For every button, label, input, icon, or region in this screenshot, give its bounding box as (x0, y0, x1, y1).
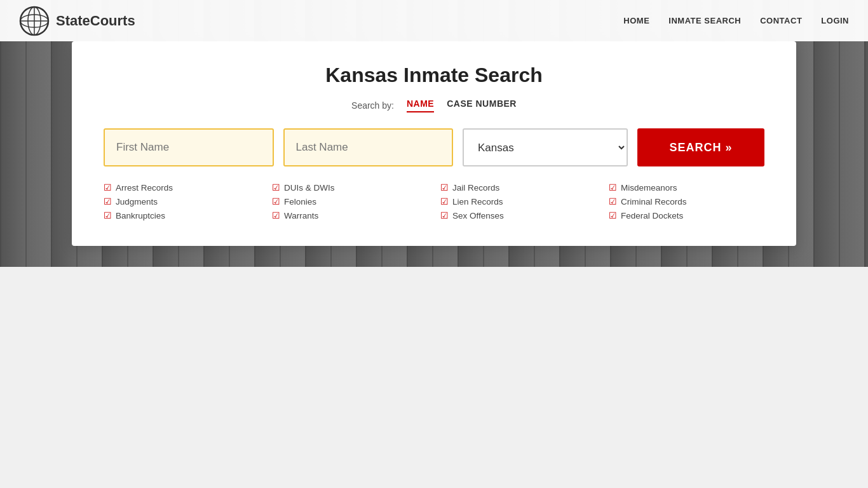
search-by-row: Search by: NAME CASE NUMBER (104, 98, 764, 112)
checklist: ☑Arrest Records☑DUIs & DWIs☑Jail Records… (104, 182, 764, 220)
nav-login[interactable]: LOGIN (821, 16, 849, 25)
checklist-item: ☑Misdemeanors (609, 182, 764, 193)
search-title: Kansas Inmate Search (104, 64, 764, 87)
tab-case-number[interactable]: CASE NUMBER (447, 98, 517, 112)
nav-home[interactable]: HOME (623, 16, 649, 25)
checklist-item: ☑DUIs & DWIs (272, 182, 428, 193)
check-icon: ☑ (609, 196, 617, 207)
search-by-label: Search by: (351, 100, 394, 111)
nav-contact[interactable]: CONTACT (760, 16, 802, 25)
checklist-item: ☑Felonies (272, 196, 428, 207)
checklist-item: ☑Criminal Records (609, 196, 764, 207)
check-icon: ☑ (440, 210, 449, 220)
search-button[interactable]: SEARCH » (637, 128, 764, 166)
checklist-item: ☑Warrants (272, 210, 428, 220)
nav-inmate-search[interactable]: INMATE SEARCH (668, 16, 741, 25)
check-icon: ☑ (272, 210, 280, 220)
check-icon: ☑ (272, 196, 280, 207)
check-icon: ☑ (609, 210, 617, 220)
check-icon: ☑ (104, 196, 112, 207)
site-name: StateCourts (56, 13, 135, 29)
checklist-item: ☑Jail Records (440, 182, 596, 193)
checklist-item: ☑Federal Dockets (609, 210, 764, 220)
checklist-item: ☑Judgments (104, 196, 259, 207)
checklist-item: ☑Arrest Records (104, 182, 259, 193)
check-icon: ☑ (272, 182, 280, 193)
state-select[interactable]: AlabamaAlaskaArizonaArkansasCaliforniaCo… (463, 128, 628, 166)
checklist-item: ☑Lien Records (440, 196, 596, 207)
main-nav: HOME INMATE SEARCH CONTACT LOGIN (623, 16, 849, 25)
checklist-item: ☑Bankruptcies (104, 210, 259, 220)
check-icon: ☑ (104, 210, 112, 220)
first-name-input[interactable] (104, 128, 274, 166)
tab-name[interactable]: NAME (407, 98, 434, 112)
search-card: Kansas Inmate Search Search by: NAME CAS… (72, 41, 796, 246)
header: StateCourts HOME INMATE SEARCH CONTACT L… (0, 0, 868, 41)
check-icon: ☑ (609, 182, 617, 193)
search-inputs-row: AlabamaAlaskaArizonaArkansasCaliforniaCo… (104, 128, 764, 166)
checklist-item: ☑Sex Offenses (440, 210, 596, 220)
logo-icon (19, 6, 50, 36)
check-icon: ☑ (104, 182, 112, 193)
check-icon: ☑ (440, 196, 449, 207)
check-icon: ☑ (440, 182, 449, 193)
logo-area: StateCourts (19, 6, 135, 36)
last-name-input[interactable] (283, 128, 454, 166)
